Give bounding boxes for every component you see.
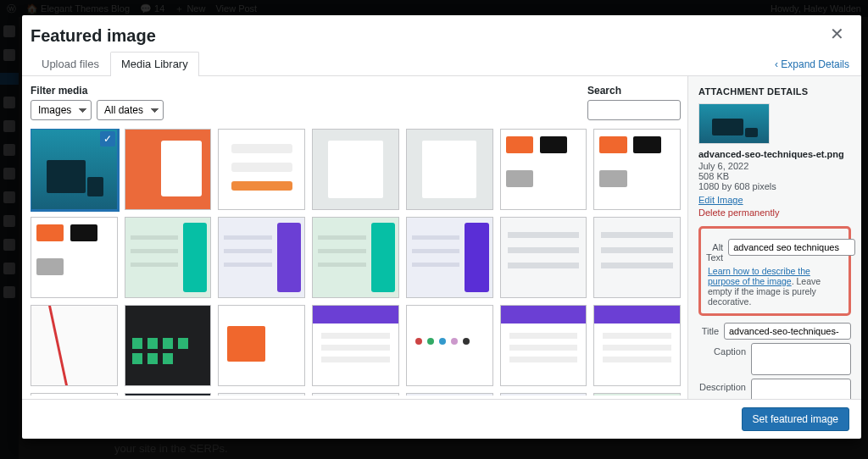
attachment-thumb[interactable]	[593, 129, 681, 210]
attachment-thumb[interactable]	[125, 217, 212, 298]
description-label: Description	[698, 379, 746, 392]
search-input[interactable]	[587, 100, 681, 120]
title-label: Title	[698, 323, 719, 336]
search-label: Search	[587, 85, 681, 97]
media-tabs: Upload files Media Library	[31, 51, 199, 75]
filter-date-select[interactable]: All dates	[97, 100, 164, 120]
caption-input[interactable]	[751, 343, 851, 375]
delete-permanently-link[interactable]: Delete permanently	[698, 207, 779, 218]
attachment-thumb[interactable]	[312, 305, 399, 386]
attachment-thumb[interactable]	[31, 217, 118, 298]
attachment-details: ATTACHMENT DETAILS advanced-seo-techniqu…	[687, 76, 861, 399]
attachment-thumb[interactable]	[312, 217, 399, 298]
attachment-thumb[interactable]	[406, 393, 493, 395]
attachment-thumb[interactable]	[31, 129, 118, 210]
attachment-thumb[interactable]	[125, 129, 212, 210]
attachment-thumb[interactable]	[31, 305, 118, 386]
attachment-thumb[interactable]	[406, 129, 493, 210]
media-browser: Filter media Images All dates Search	[22, 76, 687, 399]
description-input[interactable]	[751, 379, 851, 399]
attachment-thumb[interactable]	[593, 305, 681, 386]
details-filename: advanced-seo-techniques-et.png	[698, 149, 851, 159]
modal-title: Featured image	[31, 24, 156, 51]
attachment-thumb[interactable]	[500, 393, 587, 395]
tab-media-library[interactable]: Media Library	[110, 52, 199, 76]
attachment-thumb[interactable]	[218, 305, 305, 386]
featured-image-modal: Featured image ✕ Upload files Media Libr…	[22, 15, 861, 439]
attachment-thumb[interactable]	[406, 217, 493, 298]
attachment-thumb[interactable]	[125, 305, 212, 386]
alt-text-hint: Learn how to describe the purpose of the…	[708, 266, 843, 307]
attachment-thumb[interactable]	[312, 129, 399, 210]
attachment-thumb[interactable]	[218, 217, 305, 298]
details-thumbnail	[698, 103, 770, 144]
attachment-thumb[interactable]	[593, 393, 681, 395]
attachment-grid	[31, 129, 681, 395]
details-heading: ATTACHMENT DETAILS	[698, 86, 851, 97]
filter-media-label: Filter media	[31, 85, 164, 97]
attachment-thumb[interactable]	[500, 305, 587, 386]
attachment-thumb[interactable]	[500, 217, 587, 298]
caption-label: Caption	[698, 343, 746, 357]
details-dimensions: 1080 by 608 pixels	[698, 181, 851, 191]
attachment-thumb[interactable]	[125, 393, 212, 395]
attachment-thumb[interactable]	[500, 129, 587, 210]
details-date: July 6, 2022	[698, 161, 851, 171]
attachment-thumb[interactable]	[312, 393, 399, 395]
close-icon[interactable]: ✕	[826, 24, 848, 44]
set-featured-image-button[interactable]: Set featured image	[742, 407, 849, 431]
attachment-thumb[interactable]	[218, 129, 305, 210]
tab-upload-files[interactable]: Upload files	[31, 52, 110, 76]
alt-text-input[interactable]	[728, 239, 855, 256]
attachment-thumb[interactable]	[593, 217, 681, 298]
edit-image-link[interactable]: Edit Image	[698, 195, 743, 205]
alt-text-label: Alt Text	[706, 239, 723, 263]
attachment-thumb[interactable]	[218, 393, 305, 395]
attachment-thumb[interactable]	[406, 305, 493, 386]
details-size: 508 KB	[698, 171, 851, 181]
title-input[interactable]	[724, 323, 851, 340]
filter-type-select[interactable]: Images	[31, 100, 92, 120]
expand-details-link[interactable]: Expand Details	[775, 58, 849, 75]
attachment-thumb[interactable]	[31, 393, 118, 395]
alt-text-highlight: Alt Text Learn how to describe the purpo…	[698, 226, 851, 316]
